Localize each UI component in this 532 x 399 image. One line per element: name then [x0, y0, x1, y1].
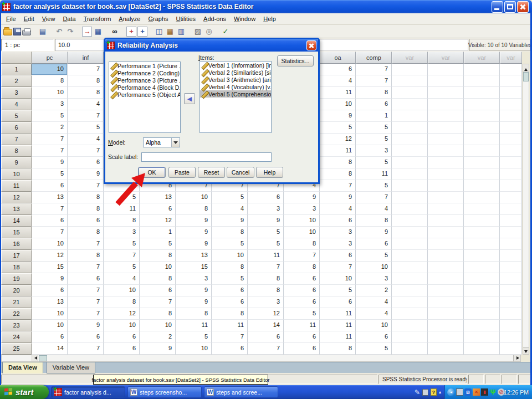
row-header[interactable]: 13 — [1, 203, 32, 215]
cell[interactable]: 7 — [104, 250, 140, 262]
dialog-title-bar[interactable]: Reliability Analysis — [105, 39, 318, 52]
cell[interactable]: 3 — [320, 227, 356, 238]
row-header[interactable]: 14 — [1, 215, 32, 227]
cell[interactable]: 12 — [248, 308, 284, 320]
cell[interactable]: 10 — [356, 262, 392, 273]
cell-empty[interactable] — [500, 320, 522, 331]
cell[interactable]: 8 — [68, 75, 104, 87]
cell[interactable]: 6 — [32, 331, 68, 343]
cell[interactable]: 12 — [140, 215, 176, 227]
dialog-button-reset[interactable]: Reset — [198, 167, 225, 178]
close-button[interactable] — [517, 1, 529, 13]
row-header[interactable]: 1 — [1, 64, 32, 75]
cell[interactable]: 7 — [248, 343, 284, 355]
column-header-inf[interactable]: inf — [68, 52, 104, 64]
cell[interactable]: 6 — [248, 192, 284, 203]
row-header[interactable]: 19 — [1, 273, 32, 285]
cell-empty[interactable] — [428, 296, 464, 308]
weight-cases-icon[interactable]: ▦ — [165, 27, 175, 37]
cell-empty[interactable] — [428, 203, 464, 215]
cell[interactable]: 3 — [356, 145, 392, 157]
cell[interactable]: 6 — [284, 285, 320, 296]
row-header[interactable]: 23 — [1, 320, 32, 331]
cell[interactable]: 10 — [284, 215, 320, 227]
cell-empty[interactable] — [500, 134, 522, 145]
dialog-button-ok[interactable]: OK — [138, 167, 166, 178]
cell[interactable]: 8 — [176, 203, 212, 215]
cell[interactable]: 10 — [320, 99, 356, 110]
cell[interactable]: 12 — [320, 134, 356, 145]
cell[interactable]: 5 — [320, 285, 356, 296]
cell-empty[interactable] — [428, 180, 464, 192]
cell[interactable]: 6 — [212, 296, 248, 308]
cell[interactable]: 11 — [284, 320, 320, 331]
row-header[interactable]: 22 — [1, 308, 32, 320]
dialog-button-help[interactable]: Help — [256, 167, 283, 178]
cell[interactable]: 5 — [104, 262, 140, 273]
cell[interactable]: 7 — [68, 180, 104, 192]
cell[interactable]: 3 — [176, 273, 212, 285]
items-list-item[interactable]: Verbal 5 (Comprehensio... — [200, 90, 271, 98]
cell[interactable]: 11 — [320, 145, 356, 157]
column-header-var-3[interactable]: var — [464, 52, 500, 64]
cell[interactable]: 10 — [32, 238, 68, 250]
cell[interactable]: 6 — [140, 285, 176, 296]
cell-empty[interactable] — [392, 110, 428, 122]
cell[interactable]: 4 — [356, 203, 392, 215]
row-header[interactable]: 2 — [1, 75, 32, 87]
cell[interactable]: 6 — [32, 180, 68, 192]
cell[interactable]: 11 — [176, 320, 212, 331]
items-list-item[interactable]: Verbal 4 (Vocabulary) [v... — [200, 83, 271, 90]
menu-window[interactable]: Window — [230, 14, 259, 23]
column-header-var-4[interactable]: var — [500, 52, 522, 64]
row-header[interactable]: 16 — [1, 238, 32, 250]
insert-variable-icon[interactable]: + — [137, 27, 147, 37]
cell[interactable]: 7 — [68, 238, 104, 250]
cell[interactable]: 8 — [356, 215, 392, 227]
cell-empty[interactable] — [392, 168, 428, 180]
task-steps-screensho[interactable]: Wsteps screensho... — [127, 386, 202, 398]
cell-empty[interactable] — [500, 110, 522, 122]
cell-empty[interactable] — [392, 238, 428, 250]
cell-empty[interactable] — [392, 320, 428, 331]
cell-empty[interactable] — [392, 273, 428, 285]
cell-empty[interactable] — [428, 110, 464, 122]
cell[interactable]: 6 — [356, 331, 392, 343]
cell-empty[interactable] — [464, 215, 500, 227]
cell[interactable]: 5 — [320, 122, 356, 134]
cell[interactable]: 10 — [32, 64, 68, 75]
row-header[interactable]: 6 — [1, 122, 32, 134]
cell[interactable]: 7 — [212, 331, 248, 343]
cell[interactable]: 11 — [320, 308, 356, 320]
variable-list-item[interactable]: Performance 5 (Object A... — [109, 91, 180, 98]
cell[interactable]: 5 — [356, 134, 392, 145]
maximize-button[interactable] — [504, 1, 516, 13]
cell[interactable]: 11 — [248, 250, 284, 262]
cell[interactable]: 8 — [68, 250, 104, 262]
cell-empty[interactable] — [500, 285, 522, 296]
column-header-var-2[interactable]: var — [428, 52, 464, 64]
print-icon[interactable] — [22, 30, 31, 35]
cell-empty[interactable] — [464, 99, 500, 110]
recall-dialogs-icon[interactable]: ▤ — [38, 27, 48, 37]
cell-empty[interactable] — [392, 145, 428, 157]
cell-empty[interactable] — [428, 87, 464, 99]
cell[interactable]: 9 — [140, 343, 176, 355]
cell[interactable]: 5 — [248, 238, 284, 250]
cell-empty[interactable] — [500, 192, 522, 203]
dropdown-arrow-icon[interactable] — [171, 138, 180, 147]
cell-empty[interactable] — [392, 64, 428, 75]
cell[interactable]: 6 — [248, 331, 284, 343]
row-header[interactable]: 3 — [1, 87, 32, 99]
cell[interactable]: 8 — [248, 273, 284, 285]
cell[interactable]: 8 — [212, 308, 248, 320]
pen-icon[interactable] — [415, 388, 420, 396]
tab-data-view[interactable]: Data View — [2, 362, 43, 374]
cell[interactable]: 11 — [212, 320, 248, 331]
cell[interactable]: 6 — [320, 296, 356, 308]
cell[interactable]: 5 — [212, 238, 248, 250]
cell[interactable]: 7 — [32, 227, 68, 238]
cell[interactable]: 8 — [320, 157, 356, 168]
cell[interactable]: 4 — [356, 296, 392, 308]
cell-empty[interactable] — [392, 75, 428, 87]
